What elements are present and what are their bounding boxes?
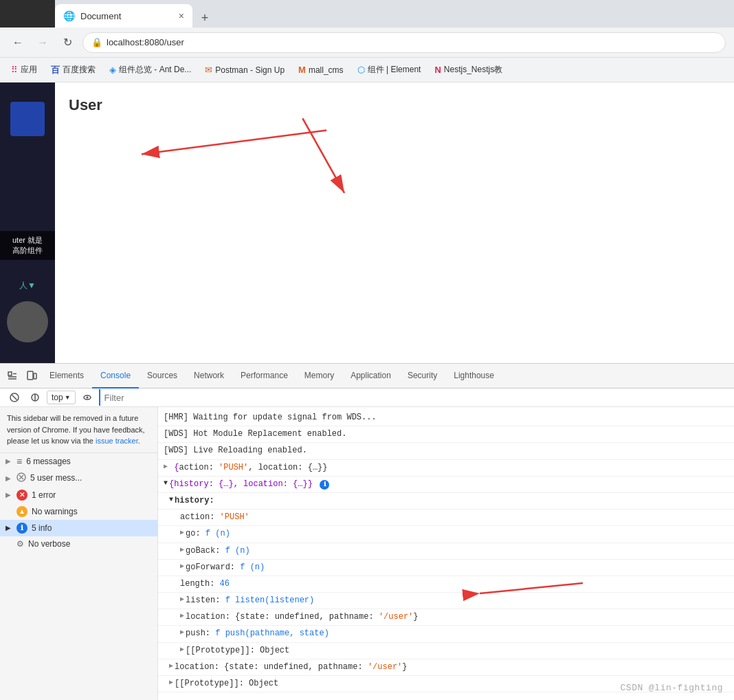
expand-arrow[interactable]: ▶ — [180, 644, 184, 655]
expand-icon: ▶ — [5, 491, 11, 499]
filter-verbose[interactable]: ⚙ No verbose — [0, 536, 157, 551]
filter-warnings[interactable]: ▲ No warnings — [0, 503, 157, 520]
filter-label: 5 user mess... — [30, 473, 82, 483]
expand-icon: ▶ — [5, 457, 11, 465]
expand-arrow[interactable]: ▶ — [180, 527, 184, 538]
forward-button[interactable]: → — [33, 33, 52, 52]
device-toggle-button[interactable] — [22, 367, 41, 386]
browser-tab[interactable]: 🌐 Document × — [55, 4, 192, 28]
bookmark-label: mall_cms — [309, 65, 344, 75]
console-line-action: action: 'PUSH' — [158, 510, 734, 526]
expand-arrow[interactable]: ▶ — [169, 677, 173, 688]
filter-info[interactable]: ▶ ℹ 5 info — [0, 520, 157, 536]
notice-suffix: . — [138, 437, 140, 445]
expand-arrow[interactable]: ▶ — [180, 594, 184, 605]
console-line-go[interactable]: ▶ go: f (n) — [158, 526, 734, 543]
bookmark-apps[interactable]: ⠿ 应用 — [5, 61, 43, 78]
bookmark-nestjs[interactable]: N Nestjs_Nestjs教 — [429, 61, 508, 78]
expand-arrow[interactable]: ▶ — [180, 561, 184, 572]
eye-button[interactable] — [78, 389, 96, 406]
url-text: localhost:8080/user — [107, 37, 184, 47]
console-text: location: {state: undefined, pathname: '… — [175, 661, 407, 674]
info-badge: ℹ — [320, 480, 329, 490]
url-bar[interactable]: 🔒 localhost:8080/user — [82, 32, 726, 53]
reload-button[interactable]: ↻ — [58, 33, 77, 52]
console-line-obj1[interactable]: ▶ {action: 'PUSH', location: {…}} — [158, 460, 734, 477]
expand-arrow[interactable]: ▼ — [169, 494, 173, 505]
sidebar-content — [0, 96, 55, 183]
tab-network[interactable]: Network — [186, 364, 232, 389]
filter-messages[interactable]: ▶ ≡ 6 messages — [0, 453, 157, 470]
console-text: [HMR] Waiting for update signal from WDS… — [164, 411, 377, 424]
tab-memory[interactable]: Memory — [296, 364, 342, 389]
bookmark-label: 组件总览 - Ant De... — [119, 64, 191, 76]
console-text: [[Prototype]]: Object — [186, 644, 289, 657]
back-button[interactable]: ← — [8, 33, 27, 52]
bookmark-label: 应用 — [21, 64, 37, 76]
tab-application-label: Application — [351, 371, 391, 380]
filter-errors[interactable]: ▶ ✕ 1 error — [0, 487, 157, 503]
console-text: [[Prototype]]: Object — [175, 677, 278, 690]
filter-label: 6 messages — [26, 457, 71, 466]
issue-tracker-link[interactable]: issue tracker — [96, 437, 138, 445]
bookmark-baidu[interactable]: 百 百度搜索 — [45, 61, 101, 79]
tab-security-label: Security — [408, 371, 437, 380]
tab-lighthouse[interactable]: Lighthouse — [445, 364, 502, 389]
sidebar-user[interactable]: 人▼ — [0, 277, 55, 294]
console-prompt-line[interactable]: › — [158, 695, 734, 700]
devtools-sidebar-panel: This sidebar will be removed in a future… — [0, 407, 158, 700]
expand-arrow[interactable]: ▶ — [180, 545, 184, 556]
bookmark-mall[interactable]: M mall_cms — [293, 62, 349, 78]
tab-close-button[interactable]: × — [179, 10, 184, 21]
page-content: uter 就是 高阶组件 人▼ User — [0, 83, 734, 700]
msg-user-icon — [16, 472, 26, 484]
console-output[interactable]: [HMR] Waiting for update signal from WDS… — [158, 407, 734, 700]
clear-console-button[interactable] — [5, 389, 23, 406]
filter-toggle-button[interactable] — [26, 389, 44, 406]
viewport: uter 就是 高阶组件 人▼ User — [0, 83, 734, 363]
tab-console[interactable]: Console — [92, 364, 139, 389]
context-filter-dropdown[interactable]: top ▼ — [47, 391, 76, 404]
tab-sources[interactable]: Sources — [139, 364, 186, 389]
error-icon: ✕ — [16, 490, 27, 501]
nestjs-icon: N — [434, 65, 441, 75]
console-line-history[interactable]: ▼ history: — [158, 493, 734, 510]
info-icon: ℹ — [16, 523, 27, 534]
tab-memory-label: Memory — [304, 371, 334, 380]
expand-arrow[interactable]: ▶ — [164, 461, 168, 472]
tab-security[interactable]: Security — [399, 364, 445, 389]
svg-line-2 — [302, 118, 344, 193]
bookmark-antd[interactable]: ◈ 组件总览 - Ant De... — [104, 61, 197, 78]
console-text: go: f (n) — [186, 527, 230, 540]
svg-line-1 — [142, 130, 326, 154]
inspect-element-button[interactable] — [3, 367, 22, 386]
tab-application[interactable]: Application — [342, 364, 399, 389]
filter-user-messages[interactable]: ▶ 5 user mess... — [0, 470, 157, 487]
expand-arrow[interactable]: ▼ — [164, 478, 168, 489]
expand-arrow[interactable]: ▶ — [180, 611, 184, 622]
bookmark-postman[interactable]: ✉ Postman - Sign Up — [199, 62, 290, 78]
expand-arrow[interactable]: ▶ — [180, 627, 184, 638]
main-page: User — [55, 83, 734, 363]
tab-performance[interactable]: Performance — [232, 364, 296, 389]
expand-icon: ▶ — [5, 524, 11, 532]
bookmark-element[interactable]: ⬡ 组件 | Element — [352, 61, 427, 78]
console-line-location1[interactable]: ▶ location: {state: undefined, pathname:… — [158, 609, 734, 626]
devtools-main: This sidebar will be removed in a future… — [0, 407, 734, 700]
tab-elements[interactable]: Elements — [41, 364, 92, 389]
console-text: length: 46 — [180, 578, 230, 591]
console-line-listen[interactable]: ▶ listen: f listen(listener) — [158, 593, 734, 609]
console-line-goback[interactable]: ▶ goBack: f (n) — [158, 543, 734, 560]
new-tab-button[interactable]: + — [195, 8, 214, 28]
console-line-location2[interactable]: ▶ location: {state: undefined, pathname:… — [158, 659, 734, 676]
expand-arrow[interactable]: ▶ — [169, 661, 173, 672]
svg-point-14 — [86, 397, 88, 399]
console-line-proto1[interactable]: ▶ [[Prototype]]: Object — [158, 643, 734, 659]
console-line-obj2[interactable]: ▼ {history: {…}, location: {…}} ℹ — [158, 477, 734, 493]
console-filter-input[interactable] — [99, 389, 729, 406]
avatar — [7, 301, 48, 342]
tab-console-label: Console — [100, 371, 131, 380]
console-line-push[interactable]: ▶ push: f push(pathname, state) — [158, 626, 734, 642]
console-text: [WDS] Hot Module Replacement enabled. — [164, 428, 346, 441]
console-line-goforward[interactable]: ▶ goForward: f (n) — [158, 560, 734, 576]
